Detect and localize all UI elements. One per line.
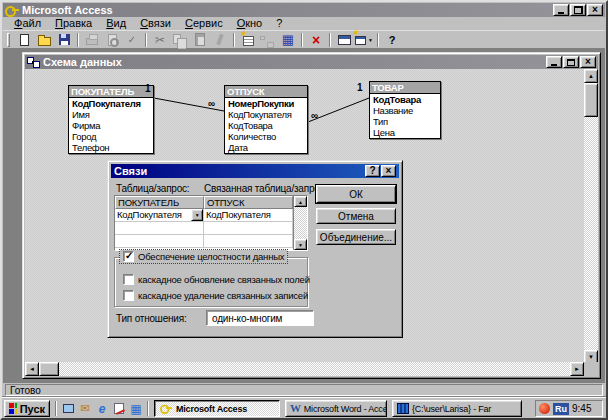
taskbar-clock[interactable]: 9:45 <box>572 403 591 414</box>
table-field[interactable]: КодТовара <box>370 94 440 105</box>
menu-edit[interactable]: Правка <box>48 17 99 30</box>
show-direct-relationships-icon[interactable] <box>258 32 278 48</box>
cancel-button[interactable]: Отмена <box>316 208 396 224</box>
table-field[interactable]: Фирма <box>69 120 153 131</box>
status-text: Готово <box>5 384 603 396</box>
table-field[interactable]: Телефон <box>69 142 153 153</box>
new-object-icon[interactable]: ▼ <box>354 32 374 48</box>
cascade-delete-checkbox[interactable] <box>123 290 134 301</box>
vertical-scrollbar[interactable]: ▲ ▼ <box>584 69 598 364</box>
enforce-integrity-checkbox-row[interactable]: Обеспечение целостности данных <box>120 250 287 263</box>
windows-flag-icon <box>9 403 17 414</box>
horizontal-scrollbar[interactable]: ◄ ► <box>25 362 584 376</box>
grid-scroll-up-icon[interactable]: ▲ <box>294 196 307 207</box>
channels-icon[interactable]: ▦ <box>128 401 144 416</box>
toolbar-grip[interactable] <box>7 33 10 47</box>
tray-program-icon[interactable] <box>539 403 550 414</box>
format-painter-icon[interactable] <box>210 32 230 48</box>
join-type-button[interactable]: Объединение... <box>316 229 396 245</box>
relationships-maximize-button[interactable] <box>563 56 579 68</box>
grid-cell-right[interactable] <box>204 235 293 248</box>
menu-file[interactable]: Файл <box>7 17 48 30</box>
relationships-titlebar[interactable]: Схема данных × <box>25 55 598 69</box>
mail-notes-icon[interactable] <box>111 401 127 416</box>
paste-icon[interactable] <box>190 32 210 48</box>
field-dropdown-icon[interactable]: ▼ <box>191 209 203 221</box>
menu-view[interactable]: Вид <box>99 17 133 30</box>
table-card-title[interactable]: ОТПУСК <box>225 86 307 98</box>
table-card-otpusk[interactable]: ОТПУСК НомерПокупки КодПокупателя КодТов… <box>224 85 308 154</box>
internet-explorer-icon[interactable]: e <box>94 401 110 416</box>
task-button-far[interactable]: {C:\user\Larisa} - Far <box>392 400 522 417</box>
grid-cell-left[interactable] <box>115 222 204 235</box>
grid-cell-left[interactable] <box>115 235 204 248</box>
grid-data-row <box>115 222 293 235</box>
table-card-title[interactable]: ТОВАР <box>370 82 440 94</box>
table-field[interactable]: КодПокупателя <box>69 98 153 109</box>
grid-cell-left[interactable]: КодПокупателя ▼ <box>115 209 204 222</box>
table-field[interactable]: Цена <box>370 127 440 138</box>
scroll-left-icon[interactable]: ◄ <box>25 362 39 376</box>
grid-cell-right[interactable]: КодПокупателя <box>204 209 293 222</box>
table-field[interactable]: Тип <box>370 116 440 127</box>
task-button-word[interactable]: W Microsoft Word - Access <box>285 400 387 417</box>
open-database-icon[interactable] <box>34 32 54 48</box>
table-card-title[interactable]: ПОКУПАТЕЛЬ <box>69 86 153 98</box>
grid-scrollbar[interactable]: ▲ ▼ <box>293 196 307 250</box>
task-button-access[interactable]: Microsoft Access <box>154 400 280 417</box>
menu-window[interactable]: Окно <box>230 17 270 30</box>
horizontal-scroll-thumb[interactable] <box>39 362 59 376</box>
print-icon[interactable] <box>82 32 102 48</box>
menu-relationships[interactable]: Связи <box>133 17 178 30</box>
dialog-titlebar[interactable]: Связи ? × <box>111 164 399 178</box>
delete-icon[interactable]: × <box>306 32 326 48</box>
table-field[interactable]: НомерПокупки <box>225 98 307 109</box>
cascade-update-checkbox[interactable] <box>123 274 134 285</box>
table-field[interactable]: КодПокупателя <box>225 109 307 120</box>
table-field[interactable]: Имя <box>69 109 153 120</box>
cut-icon[interactable]: ✂ <box>150 32 170 48</box>
cascade-update-checkbox-row[interactable]: каскадное обновление связанных полей <box>123 274 310 285</box>
grid-cell-right[interactable] <box>204 222 293 235</box>
minimize-button[interactable] <box>553 4 569 16</box>
show-desktop-icon[interactable] <box>60 401 76 416</box>
enforce-integrity-checkbox[interactable] <box>123 251 134 262</box>
outlook-express-icon[interactable]: ✉ <box>77 401 93 416</box>
menu-tools[interactable]: Сервис <box>178 17 230 30</box>
dialog-close-button[interactable]: × <box>381 165 396 177</box>
copy-icon[interactable] <box>170 32 190 48</box>
relationships-window-icon <box>27 57 40 68</box>
scroll-right-icon[interactable]: ► <box>570 362 584 376</box>
cascade-delete-checkbox-row[interactable]: каскадное удаление связанных записей <box>123 290 308 301</box>
restore-button[interactable] <box>570 4 586 16</box>
scroll-up-icon[interactable]: ▲ <box>584 69 598 83</box>
app-titlebar[interactable]: Microsoft Access × <box>3 3 605 17</box>
table-field[interactable]: КодТовара <box>225 120 307 131</box>
mdi-workspace: Схема данных × 1 ∞ ∞ 1 ПОКУПАТЕЛЬ КодПок… <box>3 49 605 385</box>
table-field[interactable]: Город <box>69 131 153 142</box>
ok-button[interactable]: ОК <box>316 185 396 203</box>
print-preview-icon[interactable] <box>102 32 122 48</box>
relationships-minimize-button[interactable] <box>546 56 562 68</box>
help-icon[interactable]: ? <box>382 32 402 48</box>
dialog-help-button[interactable]: ? <box>365 165 380 177</box>
new-object-dropdown-icon[interactable]: ▼ <box>368 37 373 43</box>
table-card-pokupatel[interactable]: ПОКУПАТЕЛЬ КодПокупателя Имя Фирма Город… <box>68 85 154 154</box>
table-field[interactable]: Название <box>370 105 440 116</box>
save-icon[interactable] <box>54 32 74 48</box>
show-all-relationships-icon[interactable]: ▦ <box>278 32 298 48</box>
language-indicator[interactable]: Ru <box>553 403 569 415</box>
vertical-scroll-thumb[interactable] <box>584 83 598 117</box>
table-card-tovar[interactable]: ТОВАР КодТовара Название Тип Цена <box>369 81 441 139</box>
show-table-icon[interactable] <box>238 32 258 48</box>
new-database-icon[interactable] <box>14 32 34 48</box>
start-button[interactable]: Пуск <box>4 400 50 417</box>
table-field[interactable]: Количество <box>225 131 307 142</box>
database-window-icon[interactable] <box>334 32 354 48</box>
table-field[interactable]: Дата <box>225 142 307 153</box>
relationships-close-button[interactable]: × <box>580 56 596 68</box>
close-button[interactable]: × <box>587 4 603 16</box>
menu-help[interactable]: ? <box>269 17 289 30</box>
spelling-icon[interactable]: ✓ <box>122 32 142 48</box>
grid-scroll-down-icon[interactable]: ▼ <box>294 239 307 250</box>
